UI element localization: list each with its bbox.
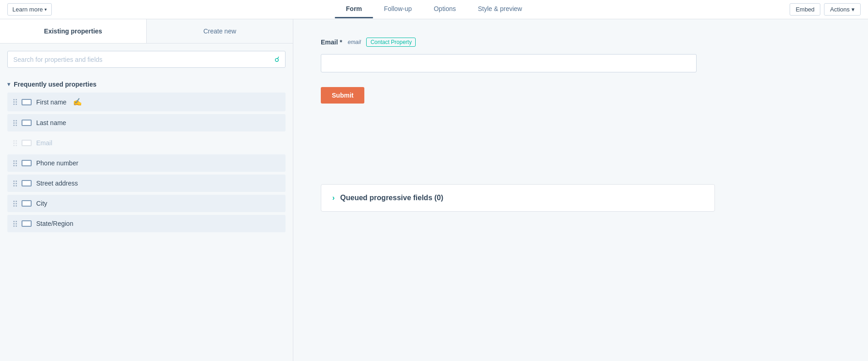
property-item-last-name[interactable]: Last name xyxy=(7,114,286,131)
cursor-icon: ✍ xyxy=(73,98,82,106)
left-panel: Existing properties Create new ☌ ▾ Frequ… xyxy=(0,19,293,361)
queued-title: Queued progressive fields (0) xyxy=(340,194,443,202)
embed-label: Embed xyxy=(796,6,814,13)
learn-more-button[interactable]: Learn more ▾ xyxy=(7,3,52,16)
property-item-phone[interactable]: Phone number xyxy=(7,154,286,172)
field-icon xyxy=(22,140,32,146)
property-label: Phone number xyxy=(36,159,78,167)
form-preview: Email * email Contact Property Submit xyxy=(321,38,841,184)
property-label: City xyxy=(36,200,47,207)
right-panel: Email * email Contact Property Submit › … xyxy=(293,19,868,361)
field-icon xyxy=(22,160,32,166)
section-label: Frequently used properties xyxy=(14,81,96,88)
search-container: ☌ xyxy=(0,44,293,75)
top-navigation: Learn more ▾ Form Follow-up Options Styl… xyxy=(0,0,868,19)
search-box: ☌ xyxy=(7,51,286,68)
field-icon xyxy=(22,180,32,186)
field-icon xyxy=(22,99,32,105)
drag-handle xyxy=(13,99,17,105)
email-input-preview xyxy=(321,54,697,72)
drag-handle xyxy=(13,221,17,227)
learn-more-label: Learn more xyxy=(12,6,43,13)
contact-property-badge: Contact Property xyxy=(366,38,416,47)
property-item-first-name[interactable]: First name ✍ xyxy=(7,93,286,111)
property-label: First name xyxy=(36,98,66,106)
field-icon xyxy=(22,200,32,207)
main-layout: Existing properties Create new ☌ ▾ Frequ… xyxy=(0,19,868,361)
tab-create-new[interactable]: Create new xyxy=(147,19,293,43)
required-marker: * xyxy=(340,38,342,46)
tab-options[interactable]: Options xyxy=(423,0,467,18)
drag-handle xyxy=(13,140,17,146)
drag-handle xyxy=(13,160,17,166)
search-icon[interactable]: ☌ xyxy=(275,55,280,64)
property-label: Last name xyxy=(36,119,66,126)
tab-followup[interactable]: Follow-up xyxy=(373,0,423,18)
properties-list: ▾ Frequently used properties First name … xyxy=(0,75,293,361)
tab-style[interactable]: Style & preview xyxy=(467,0,533,18)
chevron-down-icon: ▾ xyxy=(44,7,47,12)
field-icon xyxy=(22,220,32,227)
drag-handle xyxy=(13,120,17,126)
embed-button[interactable]: Embed xyxy=(790,3,820,16)
email-type: email xyxy=(348,39,361,45)
top-nav-actions: Embed Actions ▾ xyxy=(790,3,861,16)
tab-existing-properties[interactable]: Existing properties xyxy=(0,19,147,43)
chevron-right-icon: › xyxy=(332,194,335,202)
search-input[interactable] xyxy=(13,56,275,63)
actions-label: Actions xyxy=(830,6,850,13)
property-item-street[interactable]: Street address xyxy=(7,175,286,192)
frequently-used-section-header[interactable]: ▾ Frequently used properties xyxy=(7,75,286,93)
property-label: Email xyxy=(36,139,52,147)
panel-tabs: Existing properties Create new xyxy=(0,19,293,44)
submit-button[interactable]: Submit xyxy=(321,87,364,104)
property-label: Street address xyxy=(36,180,78,187)
chevron-down-icon: ▾ xyxy=(7,81,10,88)
property-item-city[interactable]: City xyxy=(7,195,286,212)
main-tabs: Form Follow-up Options Style & preview xyxy=(335,0,533,18)
queued-header[interactable]: › Queued progressive fields (0) xyxy=(332,194,703,202)
email-field-row: Email * email Contact Property xyxy=(321,38,841,47)
property-item-state[interactable]: State/Region xyxy=(7,215,286,232)
property-label: State/Region xyxy=(36,220,73,227)
field-icon xyxy=(22,120,32,126)
email-label: Email * xyxy=(321,38,342,46)
tab-form[interactable]: Form xyxy=(335,0,373,18)
queued-section: › Queued progressive fields (0) xyxy=(321,184,715,212)
drag-handle xyxy=(13,180,17,186)
drag-handle xyxy=(13,201,17,207)
property-item-email[interactable]: Email xyxy=(7,134,286,152)
actions-button[interactable]: Actions ▾ xyxy=(824,3,861,16)
chevron-down-icon: ▾ xyxy=(852,6,855,13)
